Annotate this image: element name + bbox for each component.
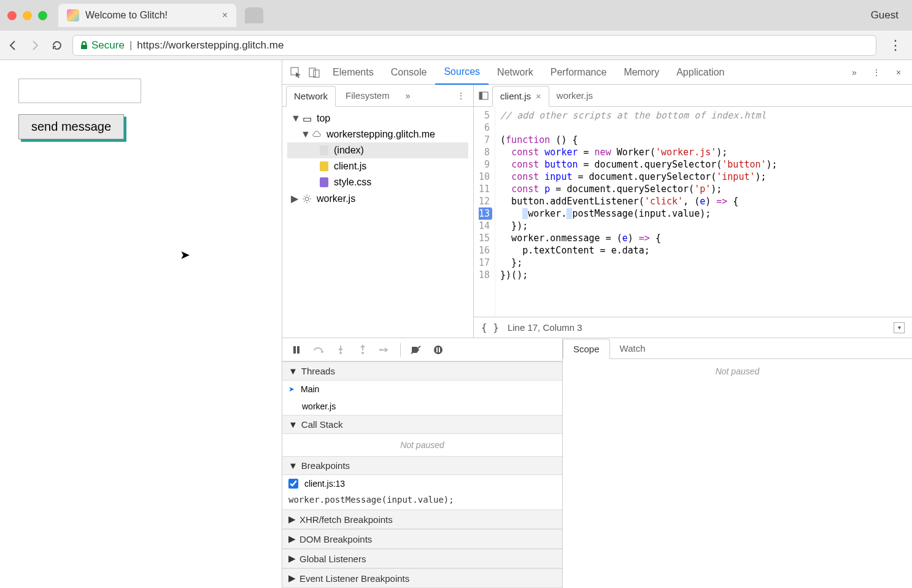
svg-rect-0 [81, 45, 87, 49]
code-editor[interactable]: 56789101112131415161718 // add other scr… [474, 107, 912, 317]
event-breakpoints-header[interactable]: ▶Event Listener Breakpoints [282, 568, 562, 588]
back-button[interactable] [6, 39, 20, 52]
svg-point-4 [305, 197, 309, 201]
tree-file[interactable]: client.js [287, 158, 468, 174]
tree-top[interactable]: ▼ ▭ top [287, 110, 468, 126]
address-bar[interactable]: Secure | https://workerstepping.glitch.m… [72, 35, 876, 56]
new-tab-button[interactable] [245, 7, 263, 23]
caret-down-icon: ▼ [291, 113, 297, 124]
file-tab[interactable]: client.js× [492, 86, 549, 107]
svg-point-10 [339, 352, 342, 354]
step-out-button [356, 343, 369, 357]
caret-right-icon: ▶ [291, 193, 297, 204]
navigator-menu-icon[interactable]: ⋮ [452, 87, 470, 104]
navigator-tab-filesystem[interactable]: Filesystem [338, 85, 397, 106]
editor-status-bar: { } Line 17, Column 3 ▾ [474, 317, 912, 338]
close-window-button[interactable] [7, 11, 17, 20]
svg-rect-15 [436, 347, 438, 352]
mouse-cursor-icon: ➤ [180, 247, 190, 262]
breakpoint-item[interactable]: client.js:13 [282, 475, 562, 492]
tab-title: Welcome to Glitch! [85, 10, 168, 21]
coverage-icon[interactable]: ▾ [894, 322, 905, 333]
devtools-panel: ElementsConsoleSourcesNetworkPerformance… [282, 60, 912, 588]
cloud-icon [312, 130, 322, 139]
devtools-tab-sources[interactable]: Sources [435, 60, 489, 85]
xhr-breakpoints-header[interactable]: ▶XHR/fetch Breakpoints [282, 509, 562, 529]
close-file-icon[interactable]: × [536, 91, 541, 101]
forward-button [28, 39, 42, 52]
tree-file[interactable]: style.css [287, 174, 468, 190]
svg-rect-2 [309, 68, 315, 77]
minimize-window-button[interactable] [23, 11, 32, 20]
url-separator: | [129, 39, 132, 52]
dom-breakpoints-header[interactable]: ▶DOM Breakpoints [282, 529, 562, 549]
tree-worker[interactable]: ▶ worker.js [287, 190, 468, 207]
lock-icon [80, 41, 88, 50]
rendered-page: send message ➤ [0, 60, 282, 588]
threads-header[interactable]: ▼Threads [282, 362, 562, 381]
callstack-header[interactable]: ▼Call Stack [282, 415, 562, 434]
breakpoint-checkbox[interactable] [288, 479, 298, 489]
editor-file-tabs: client.js×worker.js [474, 85, 912, 107]
svg-rect-6 [479, 92, 482, 99]
pause-button[interactable] [290, 343, 303, 357]
devtools-tab-memory[interactable]: Memory [615, 60, 668, 85]
devtools-tab-elements[interactable]: Elements [324, 60, 382, 85]
message-input[interactable] [18, 79, 141, 103]
close-devtools-icon[interactable]: × [890, 64, 907, 81]
watch-tab[interactable]: Watch [610, 338, 655, 358]
navigator-tab-network[interactable]: Network [286, 86, 336, 107]
callstack-empty: Not paused [282, 434, 562, 456]
line-gutter[interactable]: 56789101112131415161718 [474, 107, 495, 317]
browser-tab[interactable]: Welcome to Glitch! × [58, 4, 236, 27]
scope-tab[interactable]: Scope [563, 339, 610, 359]
toolbar: Secure | https://workerstepping.glitch.m… [0, 31, 912, 60]
tree-origin[interactable]: ▼ workerstepping.glitch.me [287, 126, 468, 142]
doc-file-icon [319, 145, 329, 155]
css-file-icon [319, 177, 329, 187]
secure-label: Secure [91, 39, 125, 52]
devtools-tab-console[interactable]: Console [382, 60, 436, 85]
device-toggle-icon[interactable] [306, 64, 323, 81]
thread-item[interactable]: Main [282, 381, 562, 398]
thread-item[interactable]: worker.js [282, 398, 562, 415]
maximize-window-button[interactable] [38, 11, 47, 20]
scope-body: Not paused [563, 359, 912, 588]
global-listeners-header[interactable]: ▶Global Listeners [282, 549, 562, 568]
inspect-element-icon[interactable] [287, 64, 304, 81]
send-message-button[interactable]: send message [18, 114, 124, 139]
code-content[interactable]: // add other scripts at the bottom of in… [495, 107, 783, 317]
cursor-position: Line 17, Column 3 [508, 322, 582, 333]
browser-menu-button[interactable]: ⋮ [885, 37, 906, 53]
close-tab-icon[interactable]: × [222, 10, 228, 21]
reload-button[interactable] [50, 39, 64, 52]
pretty-print-icon[interactable]: { } [481, 322, 499, 333]
devtools-tab-performance[interactable]: Performance [542, 60, 616, 85]
profile-label[interactable]: Guest [871, 9, 905, 21]
debugger-panel: ▼Threads Mainworker.js ▼Call Stack Not p… [282, 338, 912, 588]
more-navigator-tabs-icon[interactable]: » [400, 87, 417, 104]
devtools-tab-network[interactable]: Network [489, 60, 542, 85]
navigator-tabs: Network Filesystem » ⋮ [282, 85, 473, 107]
caret-down-icon: ▼ [288, 366, 298, 376]
svg-rect-3 [314, 70, 319, 77]
caret-right-icon: ▶ [288, 514, 296, 525]
breakpoints-header[interactable]: ▼Breakpoints [282, 456, 562, 475]
file-tab[interactable]: worker.js [549, 85, 600, 106]
sources-panel: Network Filesystem » ⋮ ▼ ▭ top ▼ [282, 85, 912, 338]
step-button [378, 343, 392, 357]
debugger-right: Scope Watch Not paused [563, 338, 912, 588]
svg-rect-8 [297, 346, 299, 354]
favicon [67, 9, 79, 21]
toggle-navigator-icon[interactable] [477, 91, 490, 101]
svg-rect-16 [439, 347, 440, 352]
tab-strip: Welcome to Glitch! × Guest [0, 0, 912, 31]
deactivate-breakpoints-button[interactable] [409, 343, 423, 357]
devtools-menu-icon[interactable]: ⋮ [868, 64, 885, 81]
caret-down-icon: ▼ [288, 460, 298, 471]
more-tabs-icon[interactable]: » [846, 64, 863, 81]
devtools-tab-application[interactable]: Application [668, 60, 733, 85]
pause-on-exceptions-button[interactable] [431, 343, 445, 357]
tree-file[interactable]: (index) [287, 142, 468, 158]
url-text: https://workerstepping.glitch.me [137, 39, 284, 52]
